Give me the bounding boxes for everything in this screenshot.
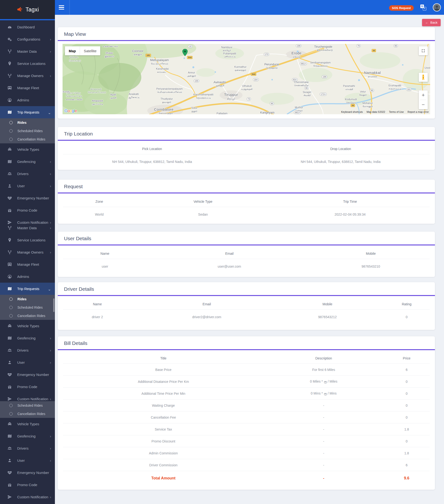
zoom-in-button[interactable]: + xyxy=(419,90,428,100)
users-icon xyxy=(7,348,12,353)
sidebar-item-user[interactable]: User› xyxy=(0,356,55,369)
sidebar-subitem-cancellation-rides[interactable]: Cancellation Rides xyxy=(0,410,55,418)
sidebar-item-emergency-number[interactable]: Emergency Number xyxy=(0,192,55,204)
tbl-user-value-row: useruser@user.com9876543210 xyxy=(58,259,435,274)
map-place-label: Muthur xyxy=(295,106,303,109)
sidebar-subitem-scheduled-rides[interactable]: Scheduled Rides xyxy=(0,401,55,410)
heart-icon xyxy=(7,372,12,377)
map-place-label: நம்பியூர் xyxy=(223,49,231,52)
sidebar-item-label: Geofencing xyxy=(17,160,49,164)
route-shield-badge: 96 xyxy=(304,87,309,90)
sidebar-subitem-label: Rides xyxy=(18,121,26,125)
brand-name: Tagxi xyxy=(25,6,39,13)
chevron-right-icon: › xyxy=(49,184,51,188)
sidebar-item-manage-owners[interactable]: Manage Owners› xyxy=(0,246,55,258)
sidebar-item-emergency-number[interactable]: Emergency Number xyxy=(0,369,55,381)
bill-cell: Waiting Charge xyxy=(58,404,269,407)
map-attribution-item[interactable]: Report a map error xyxy=(407,110,429,113)
back-button[interactable]: ← Back xyxy=(422,19,441,26)
fullscreen-button[interactable] xyxy=(419,46,428,55)
map-attribution-item[interactable]: Terms of Use xyxy=(389,110,404,113)
sidebar-item-drivers[interactable]: Drivers› xyxy=(0,168,55,180)
sidebar-item-label: Custom Notification xyxy=(17,397,49,401)
map-place-label: Coimbatore xyxy=(154,107,174,111)
sidebar-item-vehicle-types[interactable]: Vehicle Types xyxy=(0,418,55,430)
map-place-label: Mettupalayam xyxy=(150,58,169,62)
sidebar-item-trip-requests[interactable]: Trip Requests› xyxy=(0,106,55,118)
sidebar-item-dashboard[interactable]: Dashboard xyxy=(0,21,55,33)
sos-request-button[interactable]: SOS Request xyxy=(389,5,414,11)
bill-header-cell: Title xyxy=(58,356,269,360)
sidebar-item-master-data[interactable]: Master Data› xyxy=(0,45,55,57)
pickup-marker-icon[interactable] xyxy=(182,49,188,57)
map-place-label: சூலூர் xyxy=(191,110,197,113)
sidebar: Tagxi DashboardConfigurations›Master Dat… xyxy=(0,0,55,504)
map-place-label: சிவகிரி xyxy=(303,94,310,97)
sidebar-item-promo-code[interactable]: Promo Code xyxy=(0,381,55,393)
map-place-label: Sulur xyxy=(191,106,197,109)
sidebar-scrollbar-thumb[interactable] xyxy=(53,298,55,312)
tbl-user-value-cell: 9876543210 xyxy=(307,265,435,268)
sidebar-item-vehicle-types[interactable]: Vehicle Types xyxy=(0,320,55,332)
sidebar-item-label: Vehicle Types xyxy=(17,147,51,151)
map-place-label: Erumapatti xyxy=(388,84,401,87)
sidebar-item-promo-code[interactable]: Promo Code xyxy=(0,479,55,491)
sidebar-item-manage-fleet[interactable]: Manage Fleet xyxy=(0,82,55,94)
map-attribution-item[interactable]: Keyboard shortcuts xyxy=(341,110,363,113)
chevron-right-icon: › xyxy=(49,226,51,230)
avatar[interactable] xyxy=(433,3,441,11)
branch-icon xyxy=(7,73,12,78)
bill-row: Driver Commission-6 xyxy=(58,459,435,471)
sidebar-item-service-locations[interactable]: Service Locations xyxy=(0,234,55,246)
bill-row: Base PriceFor first 6 Miles6 xyxy=(58,364,435,376)
sidebar-item-custom-notification[interactable]: Custom Notification› xyxy=(0,491,55,503)
bill-row: Waiting Charge-0 xyxy=(58,399,435,411)
google-logo[interactable]: Google xyxy=(64,108,77,113)
bill-cell: Driver Commission xyxy=(58,463,269,467)
sidebar-subitem-scheduled-rides[interactable]: Scheduled Rides xyxy=(0,127,55,135)
map-type-map-button[interactable]: Map xyxy=(65,46,80,55)
google-map[interactable]: உத்தமண்டலம்Nambiyurநம்பியூர்Puliampattiப… xyxy=(62,44,430,114)
sidebar-item-label: Drivers xyxy=(17,172,49,176)
zoom-out-button[interactable]: − xyxy=(419,100,428,109)
chevron-right-icon: › xyxy=(49,37,51,41)
sidebar-item-promo-code[interactable]: Promo Code xyxy=(0,204,55,216)
map-view-card: Map View xyxy=(58,27,435,119)
sidebar-item-drivers[interactable]: Drivers› xyxy=(0,344,55,356)
pegman-button[interactable] xyxy=(419,73,428,82)
sidebar-subitem-cancellation-rides[interactable]: Cancellation Rides xyxy=(0,311,55,320)
sidebar-item-user[interactable]: User› xyxy=(0,180,55,192)
sidebar-item-drivers[interactable]: Drivers› xyxy=(0,442,55,454)
sidebar-item-geofencing[interactable]: Geofencing› xyxy=(0,332,55,344)
sidebar-item-label: Vehicle Types xyxy=(17,422,51,426)
tbl-driver-header-cell: Rating xyxy=(378,302,435,306)
sidebar-item-manage-owners[interactable]: Manage Owners› xyxy=(0,70,55,82)
trip-location-card: Trip Location Pick LocationDrop Location… xyxy=(58,127,435,170)
sidebar-subitem-rides[interactable]: Rides xyxy=(0,118,55,127)
sidebar-subitem-rides[interactable]: Rides xyxy=(0,295,55,303)
sidebar-item-geofencing[interactable]: Geofencing› xyxy=(0,156,55,168)
bill-row: Additional Disatance Price Per Km0 Miles… xyxy=(58,376,435,387)
sidebar-item-user[interactable]: User› xyxy=(0,454,55,467)
menu-toggle-button[interactable] xyxy=(59,3,67,11)
sidebar-item-service-locations[interactable]: Service Locations xyxy=(0,57,55,70)
sidebar-item-label: Promo Code xyxy=(17,208,51,212)
sidebar-item-label: Master Data xyxy=(17,49,49,54)
sidebar-item-configurations[interactable]: Configurations› xyxy=(0,33,55,45)
sidebar-item-admins[interactable]: Admins xyxy=(0,94,55,106)
chevron-down-icon: › xyxy=(48,288,52,291)
sidebar-subitem-scheduled-rides[interactable]: Scheduled Rides xyxy=(0,303,55,311)
sidebar-item-emergency-number[interactable]: Emergency Number xyxy=(0,467,55,479)
map-type-satellite-button[interactable]: Satellite xyxy=(80,46,100,55)
sidebar-item-admins[interactable]: Admins xyxy=(0,270,55,283)
route-shield-badge: 544 xyxy=(187,56,193,59)
sidebar-item-manage-fleet[interactable]: Manage Fleet xyxy=(0,258,55,270)
map-place-label: Annur xyxy=(188,71,195,74)
sidebar-item-vehicle-types[interactable]: Vehicle Types xyxy=(0,143,55,156)
sidebar-item-geofencing[interactable]: Geofencing› xyxy=(0,430,55,442)
app-logo[interactable]: Tagxi xyxy=(0,0,55,19)
map-place-label: கருமத்தம்பட்டி xyxy=(196,96,211,99)
translate-icon[interactable] xyxy=(420,4,426,11)
sidebar-item-trip-requests[interactable]: Trip Requests› xyxy=(0,283,55,295)
sidebar-subitem-cancellation-rides[interactable]: Cancellation Rides xyxy=(0,135,55,143)
